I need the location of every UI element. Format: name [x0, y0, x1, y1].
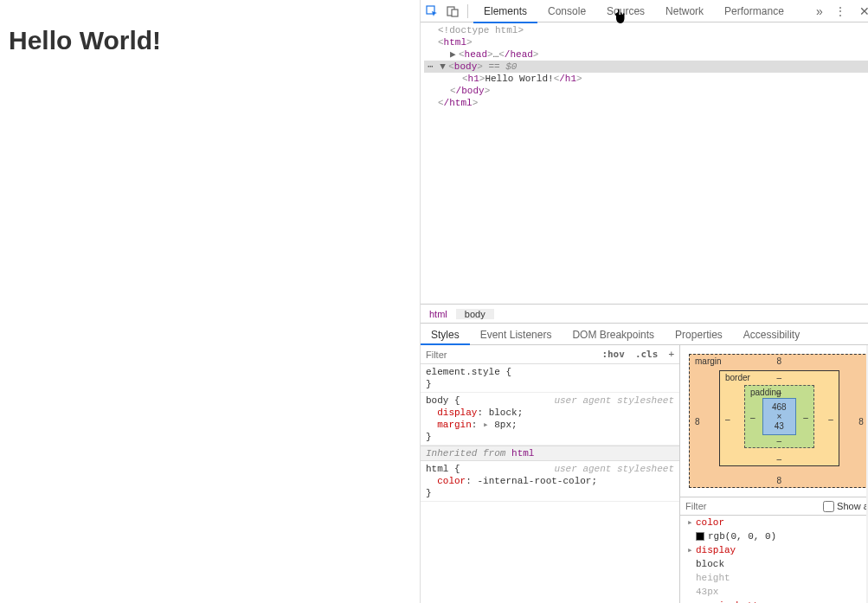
styles-column: :hov .cls + element.style { } user agent…	[421, 345, 680, 603]
computed-value: rgb(0, 0, 0)	[680, 529, 868, 543]
device-toolbar-icon[interactable]	[443, 2, 462, 21]
box-model-diagram[interactable]: margin 8 8 8 8 border – – – – padding	[680, 345, 868, 497]
dom-doctype[interactable]: <!doctype html>	[438, 25, 524, 35]
color-swatch-icon	[696, 532, 704, 541]
bm-content-dims: 468 × 43	[762, 398, 796, 435]
show-all-checkbox[interactable]	[823, 501, 834, 512]
subtab-accessibility[interactable]: Accessibility	[733, 324, 810, 344]
bm-border-label: border	[725, 373, 750, 382]
computed-row[interactable]: ▸color	[680, 516, 868, 529]
crumb-html[interactable]: html	[421, 309, 456, 319]
computed-row[interactable]: ▸display	[680, 543, 868, 557]
tab-sources[interactable]: Sources	[596, 0, 655, 22]
dom-h1[interactable]: <h1>Hello World!</h1>	[424, 73, 868, 85]
inspect-element-icon[interactable]	[422, 2, 441, 21]
svg-rect-2	[452, 10, 458, 16]
crumb-body[interactable]: body	[456, 309, 494, 319]
bm-margin-label: margin	[695, 356, 722, 366]
computed-properties-list: ▸color rgb(0, 0, 0) ▸display block ▸heig…	[680, 516, 868, 603]
computed-filter-input[interactable]	[685, 501, 818, 511]
toolbar-separator	[467, 4, 468, 18]
rendered-page-content: Hello World!	[0, 0, 420, 603]
dom-breadcrumbs: html body	[421, 304, 868, 323]
computed-value: 43px	[680, 585, 868, 599]
dom-head[interactable]: ▶<head>…</head>	[424, 48, 868, 61]
lower-panels: :hov .cls + element.style { } user agent…	[421, 345, 868, 603]
rule-element-style[interactable]: element.style { }	[421, 364, 679, 393]
styles-subtabs: Styles Event Listeners DOM Breakpoints P…	[421, 323, 868, 345]
computed-row[interactable]: ▸height	[680, 571, 868, 585]
styles-filter-input[interactable]	[421, 350, 596, 360]
devtools-panel: Elements Console Sources Network Perform…	[420, 0, 868, 603]
subtab-dom-breakpoints[interactable]: DOM Breakpoints	[562, 324, 665, 344]
cls-toggle[interactable]: .cls	[630, 349, 664, 360]
computed-value: block	[680, 557, 868, 571]
tab-performance[interactable]: Performance	[714, 0, 794, 22]
dom-html-close[interactable]: </html>	[424, 97, 868, 109]
styles-filter-row: :hov .cls +	[421, 345, 679, 364]
computed-column: margin 8 8 8 8 border – – – – padding	[680, 345, 868, 603]
inherited-from-header: Inherited from html	[421, 446, 679, 461]
subtab-styles[interactable]: Styles	[421, 324, 470, 344]
hov-toggle[interactable]: :hov	[596, 349, 630, 360]
more-tabs-icon[interactable]: »	[811, 4, 828, 18]
computed-filter-row: Show all	[680, 497, 868, 516]
close-devtools-icon[interactable]: ✕	[852, 4, 868, 18]
inherited-from-link[interactable]: html	[511, 448, 534, 459]
tab-network[interactable]: Network	[655, 0, 714, 22]
page-heading: Hello World!	[9, 26, 413, 55]
new-style-rule-button[interactable]: +	[663, 349, 679, 360]
devtools-toolbar: Elements Console Sources Network Perform…	[421, 0, 868, 22]
tab-console[interactable]: Console	[537, 0, 596, 22]
dom-body-close[interactable]: </body>	[424, 85, 868, 97]
panel-tabs: Elements Console Sources Network Perform…	[473, 0, 794, 22]
dom-tree[interactable]: <!doctype html> <html> ▶<head>…</head> ⋯…	[421, 22, 868, 304]
show-all-toggle[interactable]: Show all	[823, 501, 868, 512]
subtab-properties[interactable]: Properties	[665, 324, 733, 344]
computed-row[interactable]: ▸margin-bottom	[680, 599, 868, 603]
dom-html-open[interactable]: <html>	[424, 36, 868, 48]
rule-body[interactable]: user agent stylesheet body { display: bl…	[421, 393, 679, 446]
rule-html[interactable]: user agent stylesheet html { color: -int…	[421, 461, 679, 502]
subtab-event-listeners[interactable]: Event Listeners	[470, 324, 563, 344]
tab-elements[interactable]: Elements	[473, 0, 537, 22]
kebab-menu-icon[interactable]: ⋮	[830, 5, 851, 17]
dom-body-open[interactable]: ⋯ ▼<body> == $0	[424, 61, 868, 73]
